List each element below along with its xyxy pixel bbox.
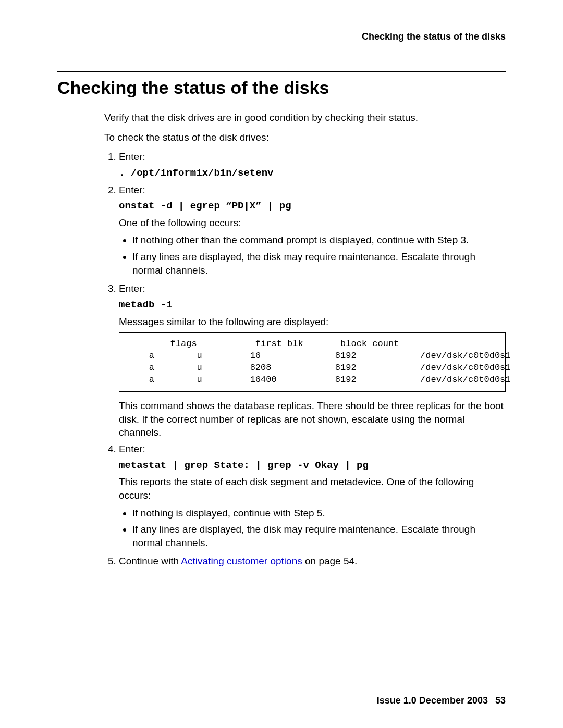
bullet-list: If nothing is displayed, continue with S… xyxy=(119,507,506,550)
command-text: . /opt/informix/bin/setenv xyxy=(119,167,506,180)
bullet-item: If nothing other than the command prompt… xyxy=(132,233,506,247)
horizontal-rule xyxy=(57,71,506,72)
step-post: on page 54. xyxy=(302,556,358,566)
step-lead: Enter: xyxy=(119,184,145,195)
terminal-output: flags first blk block count a u 16 8192 … xyxy=(119,332,506,392)
step-4: Enter: metastat | grep State: | grep -v … xyxy=(119,442,506,549)
command-text: metadb -i xyxy=(119,299,506,312)
running-header: Checking the status of the disks xyxy=(57,31,506,42)
intro-paragraph: Verify that the disk drives are in good … xyxy=(104,111,506,125)
step-3: Enter: metadb -i Messages similar to the… xyxy=(119,282,506,439)
body-content: Verify that the disk drives are in good … xyxy=(104,111,506,568)
page-footer: Issue 1.0 December 200353 xyxy=(377,695,506,706)
step-5: Continue with Activating customer option… xyxy=(119,554,506,568)
bullet-list: If nothing other than the command prompt… xyxy=(119,233,506,277)
step-1: Enter: . /opt/informix/bin/setenv xyxy=(119,150,506,180)
step-pre: Continue with xyxy=(119,556,181,566)
page-number: 53 xyxy=(495,695,506,706)
bullet-item: If any lines are displayed, the disk may… xyxy=(132,523,506,549)
issue-label: Issue 1.0 December 2003 xyxy=(377,695,488,706)
bullet-item: If any lines are displayed, the disk may… xyxy=(132,250,506,277)
step-tail: This command shows the database replicas… xyxy=(119,399,506,439)
step-note: Messages similar to the following are di… xyxy=(119,315,506,329)
step-lead: Enter: xyxy=(119,151,145,162)
command-text: metastat | grep State: | grep -v Okay | … xyxy=(119,459,506,473)
command-text: onstat -d | egrep “PD|X” | pg xyxy=(119,200,506,213)
cross-reference-link[interactable]: Activating customer options xyxy=(181,556,302,566)
step-2: Enter: onstat -d | egrep “PD|X” | pg One… xyxy=(119,183,506,277)
bullet-item: If nothing is displayed, continue with S… xyxy=(132,507,506,520)
step-note: One of the following occurs: xyxy=(119,216,506,230)
step-note: This reports the state of each disk segm… xyxy=(119,475,506,502)
step-lead: Enter: xyxy=(119,443,145,454)
intro-lead: To check the status of the disk drives: xyxy=(104,131,506,144)
procedure-steps: Enter: . /opt/informix/bin/setenv Enter:… xyxy=(104,150,506,568)
page: Checking the status of the disks Checkin… xyxy=(0,0,563,728)
page-title: Checking the status of the disks xyxy=(57,78,506,98)
step-lead: Enter: xyxy=(119,283,145,294)
